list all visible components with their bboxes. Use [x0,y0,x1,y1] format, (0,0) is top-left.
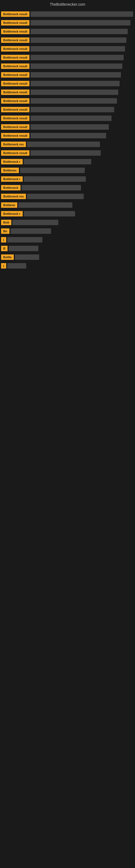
bottleneck-result-label: Bottleneck result [1,150,30,156]
list-item: Bottleneck r [0,157,135,166]
bottleneck-result-label: | [1,263,6,269]
list-item: Bottleneck [0,183,135,192]
bottleneck-result-label: Bottleneck result [1,29,30,34]
bottleneck-bar [7,237,42,243]
list-item: Bottlenec [0,166,135,175]
bottleneck-result-label: Bottleneck result [1,55,30,60]
bottleneck-bar [31,55,124,60]
list-item: | [0,261,135,270]
bottleneck-bar [31,81,120,86]
bottleneck-result-label: Bottleneck result [1,107,30,112]
bottleneck-result-label: Bottleneck result [1,98,30,104]
bottleneck-bar [10,228,51,234]
list-item: Bottleneck result [0,149,135,157]
list-item: Bottleneck result [0,97,135,105]
bottleneck-result-label: | [1,237,6,243]
bottleneck-bar [31,37,126,43]
list-item: Bottleneck result [0,105,135,114]
bottleneck-bar [31,46,125,52]
bottleneck-result-label: Bottleneck result [1,46,30,52]
bottleneck-result-label: Bottleneck result [1,37,30,43]
bottleneck-result-label: Bottle [1,254,14,260]
list-item: Bottleneck res [0,192,135,201]
bottleneck-result-label: Bottlene [1,203,17,208]
bottleneck-result-label: Bottleneck result [1,116,30,121]
list-item: Bottleneck result [0,27,135,36]
bottleneck-result-label: Bottleneck result [1,63,30,69]
bottleneck-bar [20,167,85,173]
bottleneck-result-label: B [1,246,8,251]
bottleneck-result-label: Bottlenec [1,167,19,173]
list-item: Bottleneck result [0,123,135,131]
bottleneck-bar [21,185,81,190]
bottleneck-bar [15,254,39,260]
list-item: Bottleneck result [0,70,135,79]
bottleneck-bar [31,72,121,78]
bottleneck-bar [27,142,100,147]
bottleneck-result-label: Bottleneck result [1,20,30,26]
bottleneck-bar [31,133,106,138]
bottleneck-bar [31,98,117,104]
bottleneck-result-label: Bottleneck result [1,124,30,130]
bottleneck-result-label: Bottleneck result [1,81,30,86]
bottleneck-bar [31,124,109,130]
bottleneck-result-label: Bottleneck res [1,142,26,147]
list-item: Bottleneck result [0,44,135,53]
bottleneck-bar [27,194,84,199]
bottleneck-bar [9,246,38,251]
list-item: Bottleneck result [0,114,135,123]
bottleneck-result-label: Bottleneck res [1,194,26,199]
bottleneck-bar [24,159,91,164]
list-item: B [0,244,135,253]
list-item: Bottleneck res [0,140,135,149]
bottleneck-bar [31,11,133,17]
list-item: Bottlene [0,201,135,209]
site-title: TheBottlenecker.com [0,0,135,9]
bottleneck-bar [7,263,26,269]
bottleneck-list: Bottleneck resultBottleneck resultBottle… [0,9,135,271]
list-item: Bottleneck result [0,131,135,140]
bottleneck-bar [31,29,128,34]
bottleneck-result-label: Bottleneck result [1,133,30,138]
list-item: Bottleneck result [0,53,135,62]
bottleneck-bar [31,107,114,112]
bottleneck-result-label: Bott [1,220,11,225]
bottleneck-bar [31,150,101,156]
bottleneck-result-label: Bottleneck r [1,211,23,216]
list-item: Bo [0,227,135,236]
bottleneck-result-label: Bottleneck result [1,90,30,95]
list-item: | [0,236,135,244]
bottleneck-result-label: Bottleneck result [1,72,30,78]
list-item: Bottle [0,253,135,261]
list-item: Bottleneck result [0,88,135,97]
list-item: Bottleneck result [0,36,135,44]
bottleneck-bar [31,63,122,69]
list-item: Bottleneck result [0,10,135,19]
list-item: Bottleneck r [0,175,135,183]
bottleneck-result-label: Bottleneck result [1,11,30,17]
bottleneck-result-label: Bottleneck r [1,159,23,164]
bottleneck-bar [31,20,130,26]
bottleneck-bar [24,211,75,216]
bottleneck-bar [31,90,118,95]
bottleneck-bar [18,203,72,208]
list-item: Bottleneck r [0,209,135,218]
bottleneck-result-label: Bottleneck r [1,176,23,182]
bottleneck-result-label: Bo [1,228,9,234]
list-item: Bottleneck result [0,79,135,88]
list-item: Bottleneck result [0,62,135,70]
list-item: Bottleneck result [0,19,135,27]
bottleneck-bar [24,176,86,182]
bottleneck-result-label: Bottleneck [1,185,20,190]
list-item: Bott [0,218,135,227]
bottleneck-bar [12,220,58,225]
bottleneck-bar [31,116,111,121]
